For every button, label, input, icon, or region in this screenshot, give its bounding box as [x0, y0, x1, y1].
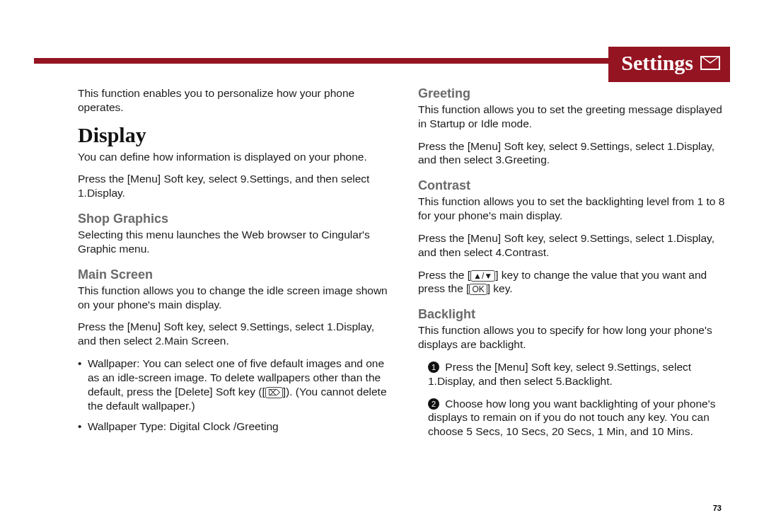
contrast-p1: This function allows you to set the back… [418, 195, 730, 223]
backlight-p1: This function allows you to specify for … [418, 323, 730, 352]
main-screen-p2: Press the [Menu] Soft key, select 9.Sett… [78, 320, 390, 348]
header-tab: Settings [608, 47, 730, 82]
intro-text: This function enables you to personalize… [78, 86, 390, 115]
left-column: This function enables you to personalize… [78, 86, 390, 507]
envelope-icon [700, 56, 720, 70]
updown-key-icon: ▲/▼ [470, 270, 495, 282]
page-number: 73 [713, 504, 722, 512]
display-p2: Press the [Menu] Soft key, select 9.Sett… [78, 172, 390, 200]
contrast-p3: Press the [▲/▼] key to change the value … [418, 268, 730, 296]
greeting-heading: Greeting [418, 86, 730, 101]
main-screen-heading: Main Screen [78, 267, 390, 282]
backlight-steps: 1 Press the [Menu] Soft key, select 9.Se… [418, 360, 730, 439]
backlight-heading: Backlight [418, 307, 730, 322]
shop-graphics-heading: Shop Graphics [78, 212, 390, 226]
step-number-icon: 2 [428, 398, 439, 410]
display-heading: Display [78, 123, 390, 147]
shop-graphics-p1: Selecting this menu launches the Web bro… [78, 228, 390, 256]
manual-page: Settings This function enables you to pe… [0, 0, 764, 532]
backlight-step-1: 1 Press the [Menu] Soft key, select 9.Se… [428, 360, 730, 388]
main-screen-bullets: •Wallpaper: You can select one of five d… [78, 357, 390, 434]
list-item: •Wallpaper Type: Digital Clock /Greeting [88, 420, 390, 434]
greeting-p2: Press the [Menu] Soft key, select 9.Sett… [418, 139, 730, 168]
display-p1: You can define how information is displa… [78, 150, 390, 164]
delete-key-icon: ⌦ [265, 387, 283, 398]
header-title: Settings [621, 51, 693, 75]
backlight-step-2: 2 Choose how long you want backlighting … [428, 397, 730, 439]
ok-key-icon: OK [469, 284, 487, 295]
step-number-icon: 1 [428, 362, 439, 373]
list-item: •Wallpaper: You can select one of five d… [88, 357, 390, 412]
content-area: This function enables you to personalize… [78, 86, 730, 507]
right-column: Greeting This function allows you to set… [418, 86, 730, 507]
greeting-p1: This function allows you to set the gree… [418, 103, 730, 131]
contrast-heading: Contrast [418, 178, 730, 193]
contrast-p2: Press the [Menu] Soft key, select 9.Sett… [418, 231, 730, 260]
main-screen-p1: This function allows you to change the i… [78, 284, 390, 312]
